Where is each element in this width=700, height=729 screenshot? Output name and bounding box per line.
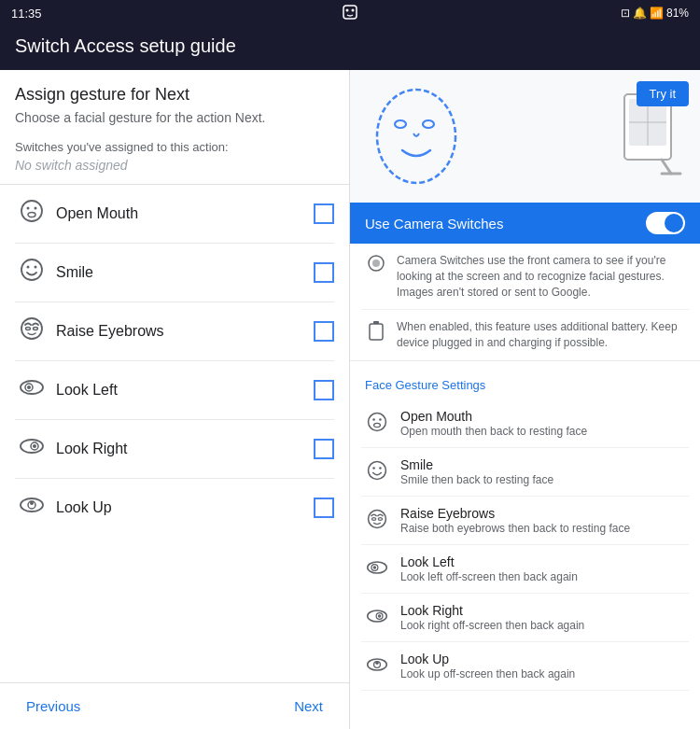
app-header: Switch Access setup guide bbox=[0, 26, 700, 70]
gesture-smile[interactable]: Smile bbox=[15, 244, 334, 302]
face-gesture-header: Face Gesture Settings bbox=[361, 369, 689, 400]
status-time: 11:35 bbox=[11, 7, 42, 21]
look-right-checkbox[interactable] bbox=[314, 439, 334, 459]
left-panel-body: Assign gesture for Next Choose a facial … bbox=[0, 70, 349, 682]
right-smile-name: Smile bbox=[400, 457, 685, 472]
look-right-label: Look Right bbox=[56, 441, 314, 457]
app-icon bbox=[341, 3, 359, 21]
look-left-label: Look Left bbox=[56, 382, 314, 399]
svg-point-3 bbox=[21, 201, 42, 221]
svg-point-37 bbox=[379, 418, 382, 421]
toggle-knob bbox=[665, 214, 683, 232]
svg-point-38 bbox=[374, 423, 381, 427]
svg-point-50 bbox=[378, 614, 381, 617]
assign-subtitle: Choose a facial gesture for the action N… bbox=[15, 110, 334, 125]
raise-eyebrows-icon bbox=[15, 315, 49, 347]
right-smile-icon bbox=[365, 459, 389, 486]
info-section: Camera Switches use the front camera to … bbox=[350, 244, 700, 361]
svg-point-12 bbox=[34, 328, 38, 330]
svg-point-24 bbox=[423, 120, 434, 128]
switches-label: Switches you've assigned to this action: bbox=[15, 140, 334, 154]
info-battery-text: When enabled, this feature uses addition… bbox=[397, 319, 685, 351]
right-look-left-text: Look Left Look left off-screen then back… bbox=[400, 554, 685, 583]
open-mouth-checkbox[interactable] bbox=[314, 203, 334, 224]
gesture-look-left[interactable]: Look Left bbox=[15, 361, 334, 420]
camera-toggle-label: Use Camera Switches bbox=[365, 216, 503, 231]
right-raise-eyebrows-name: Raise Eyebrows bbox=[400, 506, 685, 521]
camera-toggle-switch[interactable] bbox=[646, 212, 685, 234]
svg-point-53 bbox=[375, 662, 378, 665]
svg-point-44 bbox=[378, 518, 382, 521]
next-button[interactable]: Next bbox=[287, 694, 330, 718]
left-panel: Assign gesture for Next Choose a facial … bbox=[0, 70, 350, 729]
svg-point-15 bbox=[27, 386, 31, 389]
right-panel: Try it bbox=[350, 70, 700, 729]
svg-point-45 bbox=[368, 562, 387, 573]
right-gesture-raise-eyebrows[interactable]: Raise Eyebrows Raise both eyebrows then … bbox=[361, 497, 689, 545]
assign-title: Assign gesture for Next bbox=[15, 85, 334, 105]
svg-point-41 bbox=[379, 467, 382, 470]
look-up-checkbox[interactable] bbox=[314, 498, 334, 518]
svg-point-40 bbox=[372, 467, 375, 470]
svg-point-9 bbox=[35, 266, 37, 269]
status-icons: ⊡ 🔔 📶 81% bbox=[621, 7, 689, 20]
right-gesture-look-up[interactable]: Look Up Look up off-screen then back aga… bbox=[361, 642, 689, 691]
right-gesture-smile[interactable]: Smile Smile then back to resting face bbox=[361, 448, 689, 497]
svg-point-8 bbox=[27, 266, 30, 269]
svg-point-48 bbox=[368, 610, 387, 622]
app-title: Switch Access setup guide bbox=[15, 35, 685, 57]
svg-point-10 bbox=[21, 318, 42, 339]
right-look-left-icon bbox=[365, 556, 389, 583]
right-look-up-icon bbox=[365, 653, 389, 680]
right-raise-eyebrows-text: Raise Eyebrows Raise both eyebrows then … bbox=[400, 506, 685, 535]
right-look-up-name: Look Up bbox=[400, 652, 685, 666]
info-row-battery: When enabled, this feature uses addition… bbox=[361, 310, 689, 360]
right-raise-eyebrows-icon bbox=[365, 508, 389, 535]
look-up-icon bbox=[15, 492, 49, 524]
smile-label: Smile bbox=[56, 264, 314, 281]
gesture-raise-eyebrows[interactable]: Raise Eyebrows bbox=[15, 302, 334, 361]
gesture-look-up[interactable]: Look Up bbox=[15, 479, 334, 537]
svg-point-35 bbox=[369, 414, 386, 431]
right-look-left-name: Look Left bbox=[400, 554, 685, 569]
gesture-look-right[interactable]: Look Right bbox=[15, 420, 334, 479]
right-open-mouth-name: Open Mouth bbox=[400, 409, 685, 424]
look-left-checkbox[interactable] bbox=[314, 380, 334, 400]
raise-eyebrows-label: Raise Eyebrows bbox=[56, 323, 314, 340]
svg-point-39 bbox=[369, 462, 386, 480]
right-look-up-desc: Look up off-screen then back again bbox=[400, 667, 685, 680]
svg-point-43 bbox=[371, 518, 375, 521]
right-gesture-look-right[interactable]: Look Right Look right off-screen then ba… bbox=[361, 594, 689, 642]
face-gesture-section: Face Gesture Settings Open Mouth Open mo… bbox=[350, 361, 700, 698]
gesture-open-mouth[interactable]: Open Mouth bbox=[15, 185, 334, 244]
right-look-right-desc: Look right off-screen then back again bbox=[400, 619, 685, 632]
svg-line-29 bbox=[662, 160, 671, 174]
svg-rect-0 bbox=[343, 6, 357, 19]
svg-point-16 bbox=[21, 440, 43, 453]
right-look-up-text: Look Up Look up off-screen then back aga… bbox=[400, 652, 685, 680]
svg-rect-33 bbox=[370, 324, 383, 340]
look-left-icon bbox=[15, 374, 49, 406]
previous-button[interactable]: Previous bbox=[19, 694, 88, 718]
main-content: Assign gesture for Next Choose a facial … bbox=[0, 70, 700, 729]
open-mouth-icon bbox=[15, 198, 49, 230]
smile-checkbox[interactable] bbox=[314, 262, 334, 283]
right-look-right-icon bbox=[365, 605, 389, 632]
right-look-right-text: Look Right Look right off-screen then ba… bbox=[400, 603, 685, 632]
right-gesture-look-left[interactable]: Look Left Look left off-screen then back… bbox=[361, 545, 689, 594]
battery-icon bbox=[365, 320, 387, 345]
info-row-camera: Camera Switches use the front camera to … bbox=[361, 244, 689, 310]
try-it-button[interactable]: Try it bbox=[637, 81, 689, 106]
right-gesture-open-mouth[interactable]: Open Mouth Open mouth then back to resti… bbox=[361, 400, 689, 448]
right-look-left-desc: Look left off-screen then back again bbox=[400, 570, 685, 583]
right-open-mouth-desc: Open mouth then back to resting face bbox=[400, 425, 685, 438]
illustration-area: Try it bbox=[350, 70, 700, 203]
svg-point-6 bbox=[28, 213, 35, 217]
right-look-right-name: Look Right bbox=[400, 603, 685, 618]
svg-point-32 bbox=[372, 259, 380, 267]
face-illustration bbox=[365, 85, 468, 188]
svg-point-23 bbox=[395, 120, 406, 128]
svg-point-21 bbox=[30, 501, 34, 505]
raise-eyebrows-checkbox[interactable] bbox=[314, 321, 334, 342]
open-mouth-label: Open Mouth bbox=[56, 205, 314, 222]
